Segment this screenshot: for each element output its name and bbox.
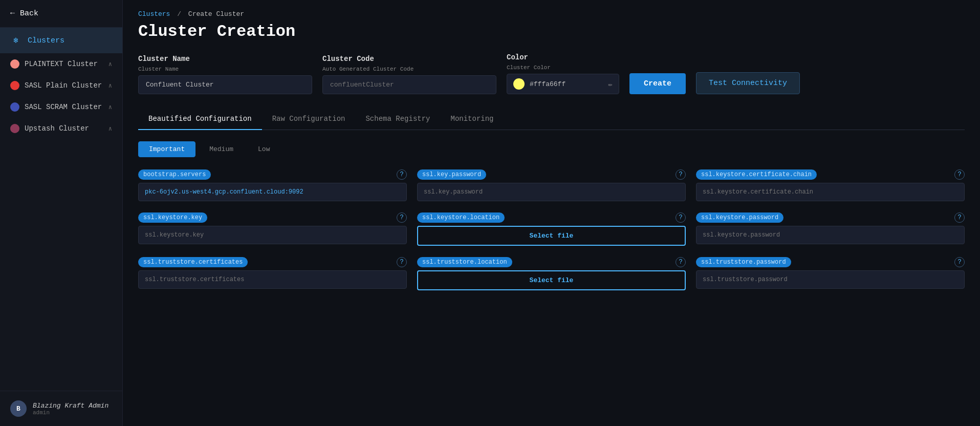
config-input-ssl-keystore-cert-chain[interactable] xyxy=(696,183,965,201)
config-field-bootstrap-servers: bootstrap.servers ? xyxy=(138,169,407,201)
sidebar-clusters-label: Clusters xyxy=(28,36,64,45)
config-tag-ssl-keystore-location: ssl.keystore.location xyxy=(417,212,505,223)
cluster-dot-plaintext xyxy=(10,59,19,69)
config-input-bootstrap-servers[interactable] xyxy=(138,183,407,201)
cluster-name-title: Cluster Name xyxy=(138,55,312,63)
sidebar-cluster-sasl-plain[interactable]: SASL Plain Cluster ∧ xyxy=(0,75,122,96)
breadcrumb-current: Create Cluster xyxy=(188,10,244,18)
config-field-ssl-truststore-certs: ssl.truststore.certificates ? xyxy=(138,257,407,290)
page-title: Cluster Creation xyxy=(138,22,965,41)
chevron-up-icon-plaintext: ∧ xyxy=(108,60,112,68)
cluster-label-sasl-plain: SASL Plain Cluster xyxy=(25,81,102,90)
cluster-name-input[interactable] xyxy=(138,75,312,94)
color-swatch xyxy=(513,78,525,90)
help-icon-ssl-truststore-password[interactable]: ? xyxy=(954,257,965,267)
config-input-ssl-key-password[interactable] xyxy=(417,183,686,201)
chevron-up-icon-sasl-scram: ∧ xyxy=(108,103,112,111)
cluster-dot-sasl-scram xyxy=(10,102,19,112)
cluster-left: SASL Plain Cluster xyxy=(10,81,102,90)
config-field-header: ssl.keystore.certificate.chain ? xyxy=(696,169,965,180)
help-icon-ssl-truststore-certs[interactable]: ? xyxy=(397,257,407,267)
filter-medium[interactable]: Medium xyxy=(199,141,244,157)
tab-monitoring[interactable]: Monitoring xyxy=(441,109,504,130)
config-tag-bootstrap-servers: bootstrap.servers xyxy=(138,169,211,180)
filter-low[interactable]: Low xyxy=(247,141,280,157)
back-label: Back xyxy=(20,9,38,18)
test-connectivity-button[interactable]: Test Connectivity xyxy=(696,72,800,94)
tab-beautified[interactable]: Beautified Configuration xyxy=(138,109,262,130)
config-tag-ssl-keystore-key: ssl.keystore.key xyxy=(138,212,207,223)
user-name: Blazing Kraft Admin xyxy=(33,402,108,410)
help-icon-ssl-keystore-password[interactable]: ? xyxy=(954,212,965,223)
sidebar-cluster-upstash[interactable]: Upstash Cluster ∧ xyxy=(0,118,122,139)
config-field-ssl-keystore-key: ssl.keystore.key ? xyxy=(138,212,407,246)
help-icon-ssl-keystore-cert-chain[interactable]: ? xyxy=(954,169,965,180)
create-button[interactable]: Create xyxy=(629,73,686,94)
tab-raw[interactable]: Raw Configuration xyxy=(262,109,356,130)
cluster-label-plaintext: PLAINTEXT Cluster xyxy=(25,60,98,68)
select-file-keystore-location[interactable]: Select file xyxy=(417,226,686,246)
config-field-ssl-truststore-password: ssl.truststore.password ? xyxy=(696,257,965,290)
help-icon-bootstrap-servers[interactable]: ? xyxy=(397,169,407,180)
config-tag-ssl-keystore-password: ssl.keystore.password xyxy=(696,212,783,223)
config-input-ssl-keystore-key[interactable] xyxy=(138,226,407,244)
cluster-name-group: Cluster Name Cluster Name xyxy=(138,55,312,94)
config-field-header: ssl.truststore.certificates ? xyxy=(138,257,407,267)
help-icon-ssl-key-password[interactable]: ? xyxy=(676,169,686,180)
cluster-form: Cluster Name Cluster Name Cluster Code A… xyxy=(138,53,965,94)
cluster-code-title: Cluster Code xyxy=(322,55,496,63)
chevron-up-icon-upstash: ∧ xyxy=(108,125,112,133)
help-icon-ssl-truststore-location[interactable]: ? xyxy=(676,257,686,267)
config-tag-ssl-truststore-password: ssl.truststore.password xyxy=(696,257,791,267)
config-field-header: bootstrap.servers ? xyxy=(138,169,407,180)
filter-important[interactable]: Important xyxy=(138,141,195,157)
config-tag-ssl-truststore-location: ssl.truststore.location xyxy=(417,257,512,267)
color-sublabel: Cluster Color xyxy=(507,65,619,71)
cluster-code-input[interactable] xyxy=(322,75,496,94)
chevron-up-icon-sasl-plain: ∧ xyxy=(108,82,112,90)
cluster-label-sasl-scram: SASL SCRAM Cluster xyxy=(25,103,102,111)
config-input-ssl-keystore-password[interactable] xyxy=(696,226,965,244)
breadcrumb: Clusters / Create Cluster xyxy=(138,10,965,18)
color-field[interactable]: #fffa66ff ✏ xyxy=(507,74,619,94)
cluster-left: SASL SCRAM Cluster xyxy=(10,102,102,112)
config-tag-ssl-key-password: ssl.key.password xyxy=(417,169,486,180)
breadcrumb-separator: / xyxy=(177,10,181,18)
user-profile: B Blazing Kraft Admin admin xyxy=(0,391,122,426)
config-field-header: ssl.keystore.password ? xyxy=(696,212,965,223)
config-field-header: ssl.keystore.location ? xyxy=(417,212,686,223)
config-field-header: ssl.key.password ? xyxy=(417,169,686,180)
breadcrumb-link[interactable]: Clusters xyxy=(138,10,170,18)
config-field-header: ssl.keystore.key ? xyxy=(138,212,407,223)
color-title: Color xyxy=(507,53,619,61)
sidebar: ← Back ❄ Clusters PLAINTEXT Cluster ∧ SA… xyxy=(0,0,123,426)
sidebar-cluster-sasl-scram[interactable]: SASL SCRAM Cluster ∧ xyxy=(0,96,122,118)
config-tag-ssl-keystore-cert-chain: ssl.keystore.certificate.chain xyxy=(696,169,817,180)
color-value: #fffa66ff xyxy=(530,80,603,88)
color-group: Color Cluster Color #fffa66ff ✏ xyxy=(507,53,619,94)
cluster-name-sublabel: Cluster Name xyxy=(138,66,312,72)
back-arrow-icon: ← xyxy=(10,9,15,18)
edit-icon[interactable]: ✏ xyxy=(608,80,613,89)
cluster-left: Upstash Cluster xyxy=(10,124,89,133)
config-input-ssl-truststore-certs[interactable] xyxy=(138,270,407,289)
back-button[interactable]: ← Back xyxy=(0,0,122,27)
cluster-code-group: Cluster Code Auto Generated Cluster Code xyxy=(322,55,496,94)
user-role: admin xyxy=(33,410,108,416)
cluster-label-upstash: Upstash Cluster xyxy=(25,124,89,133)
config-field-ssl-keystore-location: ssl.keystore.location ? Select file xyxy=(417,212,686,246)
sidebar-cluster-plaintext[interactable]: PLAINTEXT Cluster ∧ xyxy=(0,53,122,75)
select-file-truststore-location[interactable]: Select file xyxy=(417,270,686,290)
help-icon-ssl-keystore-key[interactable]: ? xyxy=(397,212,407,223)
config-grid: bootstrap.servers ? ssl.key.password ? s… xyxy=(138,169,965,290)
tabs-row: Beautified Configuration Raw Configurati… xyxy=(138,109,965,130)
cluster-dot-upstash xyxy=(10,124,19,133)
filter-row: Important Medium Low xyxy=(138,141,965,157)
cluster-left: PLAINTEXT Cluster xyxy=(10,59,98,69)
config-field-ssl-key-password: ssl.key.password ? xyxy=(417,169,686,201)
help-icon-ssl-keystore-location[interactable]: ? xyxy=(676,212,686,223)
cluster-code-sublabel: Auto Generated Cluster Code xyxy=(322,66,496,72)
config-input-ssl-truststore-password[interactable] xyxy=(696,270,965,289)
sidebar-item-clusters[interactable]: ❄ Clusters xyxy=(0,28,122,53)
tab-schema-registry[interactable]: Schema Registry xyxy=(355,109,440,130)
